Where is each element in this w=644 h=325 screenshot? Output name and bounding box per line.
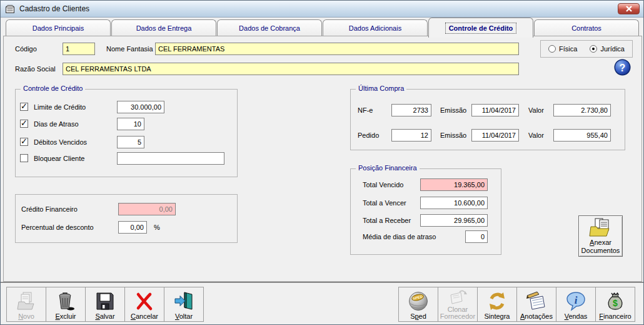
total-vencido-input[interactable] bbox=[420, 178, 488, 191]
debitos-vencidos-label: Débitos Vencidos bbox=[34, 138, 87, 146]
juridica-radio[interactable] bbox=[590, 45, 597, 53]
sintegra-label: Sintegra bbox=[485, 313, 510, 320]
codigo-input[interactable] bbox=[63, 43, 95, 55]
tab-dados-de-entrega[interactable]: Dados de Entrega bbox=[111, 19, 216, 36]
credito-financeiro-input[interactable] bbox=[118, 203, 176, 215]
floppy-disk-icon bbox=[94, 289, 116, 313]
fisica-label: Física bbox=[559, 45, 577, 53]
close-button[interactable] bbox=[618, 3, 640, 14]
tab-contratos[interactable]: Contratos bbox=[534, 19, 639, 36]
anotacoes-label: Anotações bbox=[520, 313, 553, 320]
limite-credito-label: Limite de Crédito bbox=[34, 103, 86, 111]
dias-atraso-label: Dias de Atraso bbox=[34, 120, 79, 128]
total-a-vencer-label: Total a Vencer bbox=[363, 199, 406, 207]
toolbar-right-group: SPED Sped Clonar Fornecedor bbox=[399, 287, 635, 322]
vendas-label: Vendas bbox=[565, 313, 588, 320]
toolbar-left-group: Novo Excluir bbox=[7, 287, 204, 322]
anexar-label-line2: Documentos bbox=[579, 247, 622, 255]
valor-pedido-label: Valor bbox=[528, 132, 544, 139]
tabstrip: Dados Principais Dados de Entrega Dados … bbox=[6, 19, 640, 36]
cancelar-label: Cancelar bbox=[131, 313, 158, 320]
ultima-compra-title: Última Compra bbox=[356, 85, 406, 92]
emissao-pedido-label: Emissão bbox=[440, 132, 466, 139]
emissao-pedido-input[interactable] bbox=[471, 129, 519, 142]
media-dias-atraso-label: Média de dias de atraso bbox=[363, 233, 436, 240]
financeiro-button[interactable]: $ Financeiro bbox=[595, 287, 635, 322]
total-a-receber-input[interactable] bbox=[420, 214, 488, 227]
titlebar: Cadastro de Clientes bbox=[1, 1, 643, 18]
sintegra-button[interactable]: Sintegra bbox=[477, 287, 517, 322]
percentual-desconto-label: Percentual de desconto bbox=[21, 224, 94, 231]
percentual-desconto-input[interactable] bbox=[118, 221, 147, 234]
valor-nfe-label: Valor bbox=[528, 106, 544, 114]
sped-sphere-icon: SPED bbox=[407, 289, 430, 313]
dias-atraso-checkbox[interactable] bbox=[20, 120, 28, 128]
financeiro-label: Financeiro bbox=[599, 313, 631, 320]
anotacoes-button[interactable]: Anotações bbox=[516, 287, 556, 322]
total-a-vencer-input[interactable] bbox=[420, 197, 488, 209]
nfe-input[interactable] bbox=[391, 104, 431, 116]
tab-dados-adicionais[interactable]: Dados Adicionais bbox=[323, 19, 428, 36]
app-window: Cadastro de Clientes Dados Principais Da… bbox=[0, 0, 644, 325]
window-title: Cadastro de Clientes bbox=[19, 4, 89, 13]
debitos-vencidos-checkbox[interactable] bbox=[20, 138, 28, 146]
nome-fantasia-input[interactable] bbox=[155, 43, 519, 55]
bloquear-cliente-input[interactable] bbox=[117, 152, 224, 165]
sped-label: Sped bbox=[410, 313, 426, 320]
vendas-button[interactable]: i Vendas bbox=[556, 287, 596, 322]
tab-dados-de-cobranca[interactable]: Dados de Cobrança bbox=[217, 19, 322, 36]
voltar-label: Voltar bbox=[175, 313, 193, 320]
pedido-input[interactable] bbox=[391, 129, 431, 142]
tab-page-controle-de-credito: Código Nome Fantasia Razão Social Física… bbox=[3, 36, 642, 282]
limite-credito-input[interactable] bbox=[117, 101, 164, 113]
clone-sheets-icon bbox=[447, 290, 468, 306]
tab-dados-principais[interactable]: Dados Principais bbox=[6, 19, 111, 36]
tab-controle-de-credito[interactable]: Controle de Crédito bbox=[428, 18, 533, 38]
credito-financeiro-group bbox=[15, 194, 238, 243]
debitos-vencidos-input[interactable] bbox=[117, 136, 144, 148]
help-button[interactable]: ? bbox=[614, 59, 631, 76]
trash-icon bbox=[55, 289, 76, 313]
clonar-fornecedor-button[interactable]: Clonar Fornecedor bbox=[438, 287, 478, 322]
folder-documents-icon bbox=[589, 217, 613, 237]
valor-nfe-input[interactable] bbox=[553, 104, 611, 116]
media-dias-atraso-input[interactable] bbox=[465, 230, 488, 243]
clonar-fornecedor-label: Clonar Fornecedor bbox=[438, 306, 477, 320]
svg-text:?: ? bbox=[620, 63, 626, 73]
razao-social-label: Razão Social bbox=[15, 65, 56, 73]
svg-text:i: i bbox=[575, 294, 578, 306]
notepad-pencil-icon bbox=[525, 289, 548, 313]
percent-suffix-label: % bbox=[154, 224, 160, 231]
excluir-label: Excluir bbox=[55, 313, 76, 320]
svg-text:$: $ bbox=[613, 298, 618, 308]
credito-financeiro-label: Crédito Financeiro bbox=[21, 205, 78, 213]
circular-arrows-icon bbox=[486, 289, 508, 313]
controle-credito-title: Controle de Crédito bbox=[21, 85, 85, 92]
excluir-button[interactable]: Excluir bbox=[46, 287, 86, 322]
limite-credito-checkbox[interactable] bbox=[20, 103, 28, 111]
toolbar-divider bbox=[1, 282, 643, 284]
sped-button[interactable]: SPED Sped bbox=[398, 287, 438, 322]
voltar-button[interactable]: Voltar bbox=[164, 287, 204, 322]
emissao-nfe-input[interactable] bbox=[471, 104, 519, 116]
exit-door-icon bbox=[173, 289, 194, 313]
anexar-documentos-button[interactable]: Anexar Documentos bbox=[578, 215, 623, 257]
razao-social-input[interactable] bbox=[63, 63, 519, 75]
novo-button[interactable]: Novo bbox=[6, 287, 46, 322]
valor-pedido-input[interactable] bbox=[553, 129, 611, 142]
total-a-receber-label: Total a Receber bbox=[363, 217, 411, 224]
window-icon bbox=[5, 4, 15, 14]
nfe-label: NF-e bbox=[358, 106, 373, 114]
cancelar-button[interactable]: Cancelar bbox=[124, 287, 164, 322]
emissao-nfe-label: Emissão bbox=[440, 106, 466, 114]
fisica-radio[interactable] bbox=[548, 45, 556, 53]
anexar-label-line1: Anexar bbox=[579, 239, 622, 247]
dias-atraso-input[interactable] bbox=[117, 118, 144, 130]
toolbar: Novo Excluir bbox=[1, 284, 643, 324]
juridica-label: Jurídica bbox=[600, 45, 625, 53]
salvar-label: Salvar bbox=[95, 313, 114, 320]
bloquear-cliente-checkbox[interactable] bbox=[20, 154, 28, 162]
novo-label: Novo bbox=[18, 313, 34, 320]
salvar-button[interactable]: Salvar bbox=[85, 287, 125, 322]
info-bubble-icon: i bbox=[565, 289, 586, 313]
